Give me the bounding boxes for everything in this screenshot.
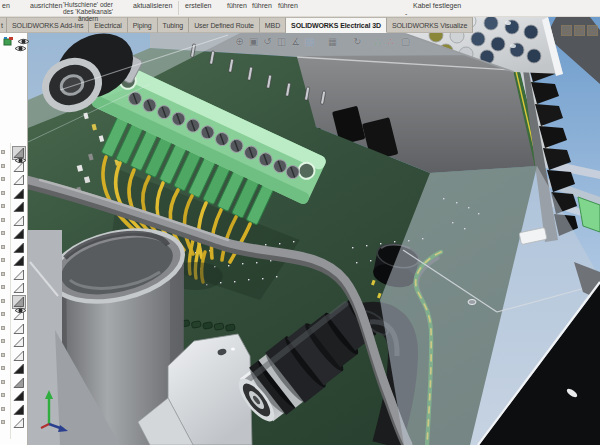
tree-checkbox[interactable]	[1, 177, 5, 181]
tree-checkbox[interactable]	[1, 312, 5, 316]
feature-triangle-icon	[13, 215, 25, 227]
feature-triangle-icon	[13, 417, 25, 429]
zoom-fit-icon[interactable]: ⊕	[233, 35, 246, 48]
scene-icon[interactable]: ∴	[384, 35, 397, 48]
3d-scene	[0, 17, 600, 445]
tree-checkbox[interactable]	[1, 164, 5, 168]
feature-triangle-icon	[13, 174, 25, 186]
tree-checkbox[interactable]	[1, 191, 5, 195]
tab-user-defined-route[interactable]: User Defined Route	[189, 17, 260, 33]
tree-item-3[interactable]	[0, 187, 28, 200]
ribbon-command-label-7[interactable]: führen	[278, 2, 298, 9]
tree-item-15[interactable]	[0, 349, 28, 362]
feature-triangle-icon	[13, 201, 25, 213]
ribbon-command-label-6[interactable]: führen	[252, 2, 272, 9]
ghost-panel-icon[interactable]: ▭	[587, 25, 598, 36]
ribbon-command-label-3[interactable]: aktualisieren	[133, 2, 172, 9]
solidworks-window: ⊕▣↺◫∡▤▦↻∴∴▢▱⟳▭ enausrichten'Hutschiene' …	[0, 0, 600, 445]
previous-view-icon[interactable]: ↺	[261, 35, 274, 48]
tree-item-20[interactable]	[0, 416, 28, 429]
tree-item-4[interactable]	[0, 200, 28, 213]
tree-checkbox[interactable]	[1, 353, 5, 357]
ghost-window-icon[interactable]: ▱	[561, 25, 572, 36]
feature-triangle-icon	[13, 255, 25, 267]
tree-checkbox[interactable]	[1, 299, 5, 303]
tree-item-17[interactable]	[0, 376, 28, 389]
tree-checkbox[interactable]	[1, 366, 5, 370]
feature-triangle-icon	[13, 323, 25, 335]
section-view-icon[interactable]: ◫	[275, 35, 288, 48]
ribbon-strip: enausrichten'Hutschiene' oderdes 'Kabelk…	[0, 0, 600, 17]
annotations-icon[interactable]: ▤	[303, 35, 316, 48]
eye-icon[interactable]	[14, 301, 27, 319]
tree-checkbox[interactable]	[1, 272, 5, 276]
tree-checkbox[interactable]	[1, 407, 5, 411]
ribbon-command-label-8[interactable]: Kabel festlegen	[413, 2, 461, 9]
tree-checkbox[interactable]	[1, 231, 5, 235]
ribbon-command-label-4[interactable]: erstellen	[185, 2, 211, 9]
tree-item-14[interactable]	[0, 335, 28, 348]
eye-icon[interactable]	[14, 151, 27, 169]
tab-piping[interactable]: Piping	[128, 17, 158, 33]
tab-solidworks-visualize[interactable]: SOLIDWORKS Visualize	[387, 17, 473, 33]
feature-triangle-icon	[13, 390, 25, 402]
tree-checkbox[interactable]	[1, 339, 5, 343]
tree-checkbox[interactable]	[1, 150, 5, 154]
tree-item-9[interactable]	[0, 268, 28, 281]
feature-triangle-icon	[13, 228, 25, 240]
feature-triangle-icon	[13, 188, 25, 200]
eye-icon[interactable]	[14, 39, 27, 57]
feature-triangle-icon	[13, 282, 25, 294]
tree-checkbox[interactable]	[1, 380, 5, 384]
tree-checkbox[interactable]	[1, 326, 5, 330]
appearance-icon[interactable]: ∴	[371, 35, 384, 48]
feature-tree-panel[interactable]	[0, 33, 28, 445]
tree-checkbox[interactable]	[1, 393, 5, 397]
tree-checkbox[interactable]	[1, 420, 5, 424]
view-settings-icon[interactable]: ▢	[399, 35, 412, 48]
tree-item-18[interactable]	[0, 389, 28, 402]
tree-item-2[interactable]	[0, 173, 28, 186]
tree-checkbox[interactable]	[1, 285, 5, 289]
ribbon-group-separator	[178, 1, 179, 15]
tree-checkbox[interactable]	[1, 245, 5, 249]
feature-triangle-icon	[13, 242, 25, 254]
measure-icon[interactable]: ∡	[289, 35, 302, 48]
feature-triangle-icon	[13, 404, 25, 416]
ribbon-command-label-0[interactable]: en	[2, 2, 10, 9]
tab-mbd[interactable]: MBD	[260, 17, 286, 33]
3d-viewport[interactable]: ⊕▣↺◫∡▤▦↻∴∴▢▱⟳▭	[0, 17, 600, 445]
ribbon-command-label-2[interactable]: 'Hutschiene' oderdes 'Kabelkanals'ändern	[62, 2, 114, 23]
ribbon-command-label-1[interactable]: ausrichten	[30, 2, 62, 9]
ribbon-command-label-5[interactable]: führen	[227, 2, 247, 9]
tree-item-10[interactable]	[0, 281, 28, 294]
zoom-area-icon[interactable]: ▣	[247, 35, 260, 48]
assembly-part-icon[interactable]	[2, 35, 14, 47]
tree-checkbox[interactable]	[1, 218, 5, 222]
feature-triangle-icon	[13, 377, 25, 389]
ghost-refresh-icon[interactable]: ⟳	[574, 25, 585, 36]
tab-t[interactable]: t	[0, 17, 7, 33]
tree-checkbox[interactable]	[1, 258, 5, 262]
tab-solidworks-electrical-3d[interactable]: SOLIDWORKS Electrical 3D	[286, 17, 387, 33]
feature-triangle-icon	[13, 336, 25, 348]
tree-item-6[interactable]	[0, 227, 28, 240]
tree-item-8[interactable]	[0, 254, 28, 267]
rotate-view-icon[interactable]: ↻	[351, 35, 364, 48]
ribbon-command-label-9[interactable]: -	[405, 10, 407, 17]
tree-item-16[interactable]	[0, 362, 28, 375]
feature-triangle-icon	[13, 269, 25, 281]
tree-item-19[interactable]	[0, 403, 28, 416]
feature-triangle-icon	[13, 350, 25, 362]
feature-triangle-icon	[13, 363, 25, 375]
tree-item-13[interactable]	[0, 322, 28, 335]
tree-checkbox[interactable]	[1, 204, 5, 208]
display-style-icon[interactable]: ▦	[326, 35, 339, 48]
tree-item-7[interactable]	[0, 241, 28, 254]
tree-item-5[interactable]	[0, 214, 28, 227]
tab-tubing[interactable]: Tubing	[158, 17, 190, 33]
